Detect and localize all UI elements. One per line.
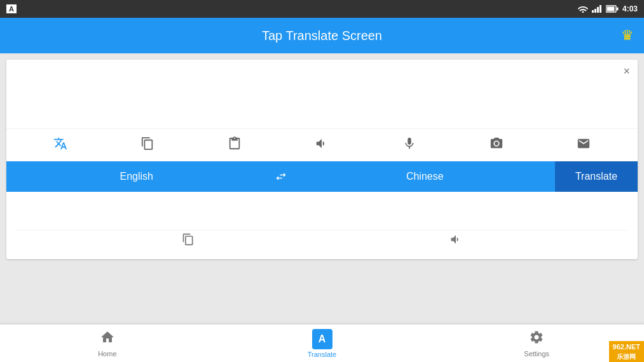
share-email-icon[interactable] [574,134,593,156]
translated-text [17,199,627,225]
svg-rect-2 [597,7,599,13]
close-button[interactable]: × [623,65,630,78]
status-bar: A 4:03 [0,0,644,18]
mic-icon[interactable] [400,134,419,156]
signal-icon [592,5,602,13]
volume-output-icon[interactable] [449,233,462,249]
settings-icon [529,330,544,349]
language-bar: English Chinese Translate [6,161,638,192]
status-bar-left: A [6,4,17,13]
svg-rect-6 [617,8,619,11]
copy-output-icon[interactable] [182,233,195,249]
output-area [6,192,638,259]
nav-item-home[interactable]: Home [0,330,215,358]
app-indicator: A [6,4,17,13]
translate-label: Translate [308,351,336,358]
home-icon [100,330,115,349]
source-language-button[interactable]: English [6,161,267,192]
bottom-nav: Home A Translate Settings 962.NET乐游网 [0,324,644,362]
output-icon-toolbar [17,230,627,251]
time-display: 4:03 [622,4,638,13]
battery-icon [606,5,619,13]
translate-nav-icon: A [312,329,332,349]
app-title: Tap Translate Screen [262,29,382,43]
app-bar: Tap Translate Screen ♛ [0,18,644,53]
svg-rect-5 [606,7,614,11]
wifi-icon [578,5,588,13]
input-area: × [6,60,638,128]
camera-icon[interactable] [487,134,506,156]
svg-rect-3 [599,5,601,13]
nav-item-translate[interactable]: A Translate [215,329,430,358]
copy-icon[interactable] [138,134,157,156]
volume-icon[interactable] [312,134,331,156]
settings-label: Settings [524,350,549,358]
translate-doc-icon[interactable] [51,134,70,156]
svg-rect-0 [592,10,594,13]
translation-card: × [6,60,638,259]
icon-toolbar [6,128,638,161]
main-content: × [0,53,644,324]
source-text-input[interactable] [17,67,627,118]
home-label: Home [98,350,116,358]
swap-language-button[interactable] [267,161,295,192]
translate-button[interactable]: Translate [555,161,638,192]
clipboard-icon[interactable] [225,134,244,156]
target-language-button[interactable]: Chinese [295,161,556,192]
svg-point-7 [495,142,498,145]
watermark: 962.NET乐游网 [609,341,644,362]
svg-rect-1 [594,9,596,13]
crown-icon: ♛ [621,27,634,44]
status-bar-right: 4:03 [578,4,638,13]
